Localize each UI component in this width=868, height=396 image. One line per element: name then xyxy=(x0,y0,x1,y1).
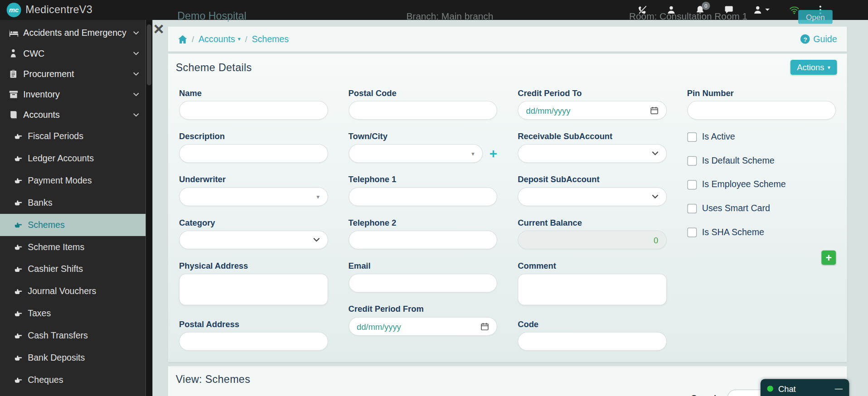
sidebar-subitem-label: Journal Vouchers xyxy=(28,286,96,296)
postal-address-field: Postal Address xyxy=(179,319,328,351)
sidebar-subitem-fiscal-periods[interactable]: Fiscal Periods xyxy=(0,125,146,147)
sidebar-subitem-payment-modes[interactable]: Payment Modes xyxy=(0,169,146,192)
is-sha-scheme-checkbox[interactable] xyxy=(687,227,697,237)
chat-widget[interactable]: Chat — xyxy=(761,379,849,396)
app-logo[interactable]: mc MedicentreV3 xyxy=(0,3,92,17)
credit-period-from-field: Credit Period From dd/mm/yyyy xyxy=(349,304,497,336)
underwriter-label: Underwriter xyxy=(179,174,328,184)
chevron-down-icon: ▾ xyxy=(238,36,241,42)
uses-smart-card-checkbox[interactable] xyxy=(687,203,697,213)
is-default-scheme-row[interactable]: Is Default Scheme xyxy=(687,155,836,166)
name-input[interactable] xyxy=(179,101,328,120)
chevron-down-icon xyxy=(313,238,320,242)
sidebar-item-label: Procurement xyxy=(23,69,74,79)
sidebar-subitem-label: Cash Transfers xyxy=(28,331,88,341)
code-field: Code xyxy=(518,319,666,351)
code-label: Code xyxy=(518,319,666,328)
comment-field: Comment xyxy=(518,261,666,308)
home-icon[interactable] xyxy=(178,34,188,43)
name-field: Name xyxy=(179,88,328,120)
app-name: MedicentreV3 xyxy=(25,4,92,16)
sidebar-subitem-cashier-shifts[interactable]: Cashier Shifts xyxy=(0,258,146,280)
chevron-down-icon xyxy=(133,52,139,56)
code-input[interactable] xyxy=(518,332,666,351)
date-placeholder: dd/mm/yyyy xyxy=(526,106,571,115)
actions-button[interactable]: Actions ▾ xyxy=(790,60,837,75)
pin-number-input[interactable] xyxy=(687,101,836,120)
breadcrumb-schemes[interactable]: Schemes xyxy=(252,34,289,44)
breadcrumb-separator: / xyxy=(245,34,247,44)
add-town-button[interactable]: + xyxy=(490,147,497,160)
account-menu-icon[interactable] xyxy=(753,5,770,15)
breadcrumb-accounts[interactable]: Accounts ▾ xyxy=(199,34,241,44)
email-input[interactable] xyxy=(349,274,497,293)
credit-period-to-label: Credit Period To xyxy=(518,88,666,97)
sidebar-subitem-schemes[interactable]: Schemes xyxy=(0,214,146,236)
physical-address-label: Physical Address xyxy=(179,261,328,270)
scrollbar-thumb[interactable] xyxy=(147,24,151,86)
sidebar-subitem-taxes[interactable]: Taxes xyxy=(0,303,146,325)
category-select[interactable] xyxy=(179,231,328,250)
hand-point-right-icon xyxy=(15,354,28,362)
open-room-button[interactable]: Open xyxy=(798,10,833,24)
physical-address-textarea[interactable] xyxy=(179,274,328,305)
sidebar-subitem-journal-vouchers[interactable]: Journal Vouchers xyxy=(0,280,146,303)
postal-code-input[interactable] xyxy=(349,101,497,120)
telephone1-input[interactable] xyxy=(349,187,497,206)
hand-point-right-icon xyxy=(15,177,28,184)
sidebar-subitem-bank-deposits[interactable]: Bank Deposits xyxy=(0,347,146,369)
phone-disabled-icon[interactable] xyxy=(637,5,647,15)
pin-number-field: Pin Number xyxy=(687,88,836,120)
is-default-scheme-checkbox[interactable] xyxy=(687,156,697,165)
sidebar-subitem-cheques[interactable]: Cheques xyxy=(0,369,146,391)
hand-point-right-icon xyxy=(15,221,28,229)
minimize-icon[interactable]: — xyxy=(835,384,843,393)
credit-period-to-input[interactable]: dd/mm/yyyy xyxy=(518,101,666,120)
hospital-bed-icon xyxy=(9,28,24,38)
town-city-select[interactable]: ▾ xyxy=(349,144,483,163)
sidebar-subitem-cash-transfers[interactable]: Cash Transfers xyxy=(0,325,146,347)
chat-bubble-icon[interactable] xyxy=(724,5,734,15)
sidebar-item-accounts[interactable]: Accounts xyxy=(0,105,146,125)
user-icon[interactable] xyxy=(666,5,676,15)
uses-smart-card-row[interactable]: Uses Smart Card xyxy=(687,203,836,214)
is-active-row[interactable]: Is Active xyxy=(687,131,836,142)
sidebar-subitem-banks[interactable]: Banks xyxy=(0,192,146,214)
receivable-subaccount-select[interactable] xyxy=(518,144,666,163)
sidebar-subitem-label: Cashier Shifts xyxy=(28,264,83,274)
deposit-subaccount-field: Deposit SubAccount xyxy=(518,174,666,206)
notifications-bell-icon[interactable]: 0 xyxy=(695,5,705,15)
is-active-checkbox[interactable] xyxy=(687,132,697,142)
current-balance-input: 0 xyxy=(518,231,666,250)
sidebar-item-procurement[interactable]: Procurement xyxy=(0,64,146,84)
chevron-down-icon xyxy=(133,72,139,76)
sidebar-scrollbar[interactable] xyxy=(146,20,153,396)
is-sha-scheme-row[interactable]: Is SHA Scheme xyxy=(687,227,836,237)
postal-address-input[interactable] xyxy=(179,332,328,351)
sidebar-subitem-label: Bank Deposits xyxy=(28,353,85,363)
hand-point-right-icon xyxy=(15,332,28,340)
actions-button-label: Actions xyxy=(797,63,824,72)
description-input[interactable] xyxy=(179,144,328,163)
sidebar-item-accidents-and-emergency[interactable]: Accidents and Emergency xyxy=(0,23,146,43)
sidebar-item-inventory[interactable]: Inventory xyxy=(0,84,146,105)
comment-textarea[interactable] xyxy=(518,274,666,305)
underwriter-select[interactable]: ▾ xyxy=(179,187,328,206)
close-icon[interactable]: × xyxy=(154,20,164,38)
credit-period-from-input[interactable]: dd/mm/yyyy xyxy=(349,317,497,336)
deposit-subaccount-select[interactable] xyxy=(518,187,666,206)
sidebar-subitem-scheme-items[interactable]: Scheme Items xyxy=(0,236,146,258)
current-balance-label: Current Balance xyxy=(518,218,666,227)
sidebar-subitem-ledger-accounts[interactable]: Ledger Accounts xyxy=(0,147,146,169)
is-employee-scheme-row[interactable]: Is Employee Scheme xyxy=(687,179,836,190)
guide-button[interactable]: ? Guide xyxy=(800,34,837,44)
physical-address-field: Physical Address xyxy=(179,261,328,308)
uses-smart-card-label: Uses Smart Card xyxy=(702,203,770,213)
chevron-down-icon xyxy=(652,194,659,199)
add-button[interactable]: + xyxy=(821,251,836,265)
telephone2-input[interactable] xyxy=(349,231,497,250)
sidebar-subitem-label: Taxes xyxy=(28,309,51,319)
description-field: Description xyxy=(179,131,328,163)
is-employee-scheme-checkbox[interactable] xyxy=(687,180,697,189)
sidebar-item-cwc[interactable]: CWC xyxy=(0,43,146,63)
